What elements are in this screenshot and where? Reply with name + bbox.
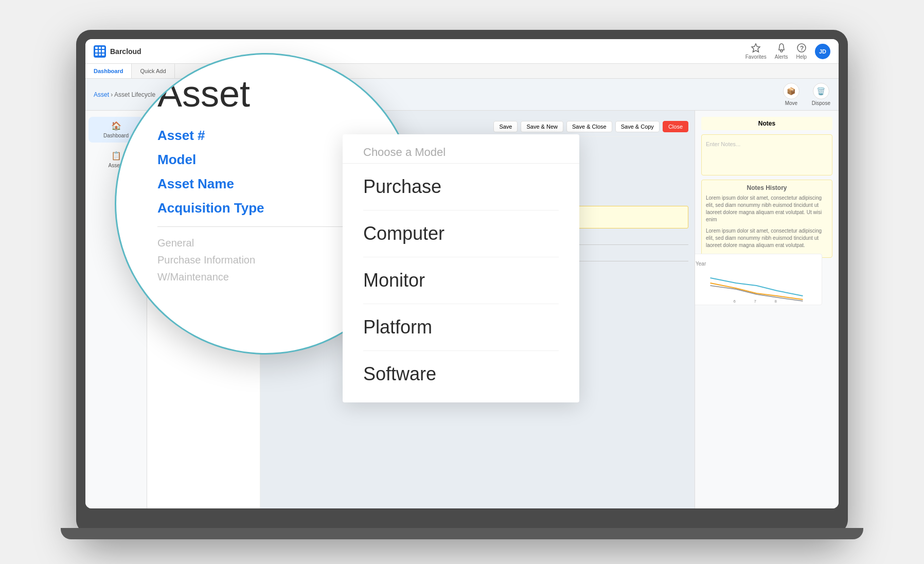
laptop-base xyxy=(61,528,863,539)
from-library-button[interactable]: From Library xyxy=(266,280,312,292)
svg-point-1 xyxy=(780,50,783,52)
table-row[interactable]: 000002055 xyxy=(147,124,260,133)
sub-nav-quickadd[interactable]: Quick Add xyxy=(132,64,174,78)
dispose-button[interactable]: 🗑️ Dispose xyxy=(812,83,830,106)
logo-dot xyxy=(95,50,98,52)
notes-history: Notes History Lorem ipsum dolor sit amet… xyxy=(701,180,832,258)
logo-dot xyxy=(95,47,98,49)
edit-form-link[interactable]: Edit Form xyxy=(297,124,322,130)
svg-marker-0 xyxy=(752,44,760,52)
top-nav: Barcloud Favorites xyxy=(85,39,839,64)
svg-text:8: 8 xyxy=(775,299,777,304)
svg-text:7: 7 xyxy=(754,299,757,304)
acquisition-field xyxy=(266,249,688,261)
page-header: Asset › Asset Lifecycle 📦 Move 🗑️ Dispos… xyxy=(85,79,839,111)
chart-area: Year 6 7 8 xyxy=(695,254,822,305)
app-title: Barcloud xyxy=(110,47,141,56)
table-row[interactable]: 0000020563/9/2020 7:23:10 AM0001081 xyxy=(147,115,260,124)
user-avatar[interactable]: JD xyxy=(815,44,830,59)
table-row[interactable]: 0000020533/9/2020 7:23:10 AM0001080 xyxy=(147,143,260,152)
save-button[interactable]: Save xyxy=(493,121,518,132)
sidebar-item-dashboard[interactable]: 🏠 Dashboard xyxy=(88,117,144,143)
action-bar-right: Save Save & New Save & Close Save & Copy… xyxy=(493,121,688,132)
edit-fields-link[interactable]: Edit Fields xyxy=(266,124,293,130)
notes-input-area[interactable]: Enter Notes... xyxy=(701,134,832,175)
move-button[interactable]: 📦 Move xyxy=(783,83,799,106)
info-cards: Checked Out to Bob Moore xyxy=(266,143,688,198)
alerts-button[interactable]: Alerts xyxy=(775,43,788,60)
form-row-model xyxy=(266,233,688,245)
breadcrumb: Asset › Asset Lifecycle xyxy=(94,91,155,98)
primary-tag[interactable]: Primary xyxy=(312,266,343,276)
person-photo xyxy=(270,147,301,178)
notes-header: Notes xyxy=(701,117,832,130)
sidebar-item-assets[interactable]: 📋 Assets xyxy=(88,147,144,172)
warranty-circle: 8 Months xyxy=(363,147,394,178)
tags-row: Date Added Primary xyxy=(266,266,688,276)
logo-dot xyxy=(102,47,104,49)
model-field xyxy=(266,233,688,245)
app-logo: Barcloud xyxy=(94,45,141,58)
delete-list-button[interactable]: Delete from this list only xyxy=(316,280,389,292)
content-columns: 0000020563/9/2020 7:23:10 AM0001081 0000… xyxy=(147,111,839,508)
model-input[interactable] xyxy=(266,233,688,245)
sub-nav: Dashboard Quick Add xyxy=(85,64,839,79)
action-bar: Edit Fields Edit Form Wiki Save Save & N… xyxy=(266,117,688,137)
logo-dot xyxy=(102,54,104,56)
logo-dot xyxy=(99,50,101,52)
right-panel: Notes Enter Notes... Notes History Lorem… xyxy=(695,111,839,508)
asset-icon: 📋 xyxy=(111,151,121,161)
checked-out-card: Checked Out to Bob Moore xyxy=(266,147,305,193)
sidebar: 🏠 Dashboard 📋 Assets xyxy=(85,111,147,508)
nav-actions: Favorites Alerts ? He xyxy=(745,43,830,60)
action-bar-left: Edit Fields Edit Form Wiki xyxy=(266,124,336,130)
help-button[interactable]: ? Help xyxy=(796,43,807,60)
chart-svg: 6 7 8 xyxy=(696,268,818,304)
save-copy-button[interactable]: Save & Copy xyxy=(615,121,660,132)
form-row-acquisition xyxy=(266,249,688,261)
save-close-button[interactable]: Save & Close xyxy=(566,121,612,132)
home-icon: 🏠 xyxy=(111,121,121,131)
favorites-button[interactable]: Favorites xyxy=(745,43,767,60)
logo-dot xyxy=(99,47,101,49)
svg-text:?: ? xyxy=(800,45,804,52)
app-container: Barcloud Favorites xyxy=(85,39,839,508)
app-body: 🏠 Dashboard 📋 Assets xyxy=(85,111,839,508)
location-card: Location B1-F2-R15 xyxy=(313,147,344,193)
close-button[interactable]: Close xyxy=(663,121,688,132)
map-icon xyxy=(313,147,344,178)
logo-icon xyxy=(94,45,106,58)
logo-dot xyxy=(99,54,101,56)
sub-nav-dashboard[interactable]: Dashboard xyxy=(85,64,132,78)
logo-dot xyxy=(95,54,98,56)
laptop-screen: Barcloud Favorites xyxy=(85,39,839,508)
date-added-tag[interactable]: Date Added xyxy=(266,266,308,276)
svg-text:6: 6 xyxy=(734,299,736,304)
svg-point-5 xyxy=(327,159,330,162)
table-row[interactable]: 000002054 xyxy=(147,133,260,143)
center-form: Edit Fields Edit Form Wiki Save Save & N… xyxy=(260,111,695,508)
lib-buttons: From Library Delete from this list only xyxy=(266,280,688,292)
asset-table: 0000020563/9/2020 7:23:10 AM0001081 0000… xyxy=(147,115,260,152)
wiki-link[interactable]: Wiki xyxy=(326,124,336,130)
asset-number-input[interactable] xyxy=(266,206,688,228)
asset-list-panel: 0000020563/9/2020 7:23:10 AM0001081 0000… xyxy=(147,111,260,508)
acquisition-input[interactable] xyxy=(266,249,688,261)
warranty-card: 8 Months Asset Under Warranty with Expir… xyxy=(352,147,406,193)
logo-dot xyxy=(102,50,104,52)
save-new-button[interactable]: Save & New xyxy=(521,121,563,132)
laptop-frame: Barcloud Favorites xyxy=(76,30,848,534)
